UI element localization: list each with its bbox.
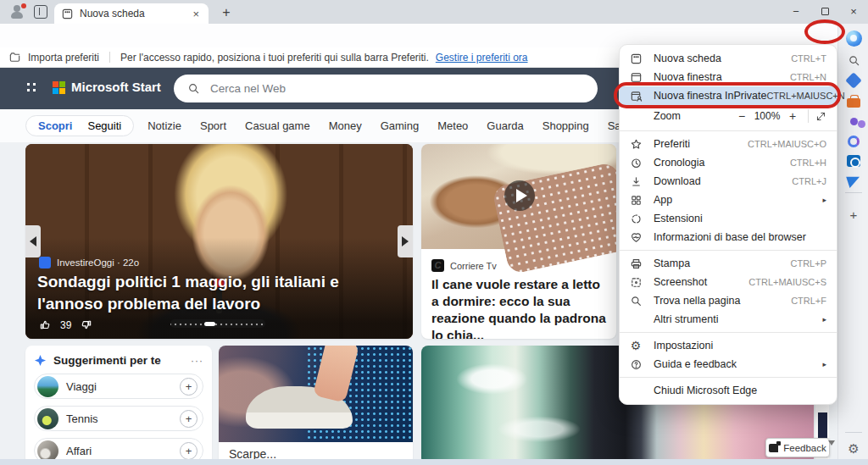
web-search-box[interactable]: Cerca nel Web [174,75,598,102]
copilot-button[interactable] [845,30,862,47]
profile-button[interactable] [7,3,29,20]
copilot-icon [846,30,862,47]
video-news-card[interactable]: C Corriere Tv Il cane vuole restare a le… [421,144,616,339]
suggestion-label: Tennis [66,412,172,425]
menu-label: Guida e feedback [654,358,822,370]
new-tab-button[interactable]: + [217,4,236,21]
tab-following[interactable]: Seguiti [87,119,121,132]
sidebar-drop-button[interactable] [845,172,862,189]
import-favorites-label[interactable]: Importa preferiti [28,52,99,64]
ms-logo-green [59,81,65,87]
sidebar-games-button[interactable] [845,113,862,130]
menu-label: Stampa [654,257,791,269]
nav-casual-game[interactable]: Casual game [245,119,310,132]
nav-shopping[interactable]: Shopping [542,119,589,132]
suggestion-label: Affari [66,445,172,457]
shopping-card[interactable]: Scarpe... [219,346,413,465]
carousel-dots[interactable] [170,319,265,328]
add-interest-button[interactable]: + [180,442,198,460]
gear-icon: ⚙ [848,441,859,457]
menu-item-trova-nella-pagina[interactable]: Trova nella pagina CTRL+F [620,291,837,310]
sidebar-shopping-button[interactable] [845,72,862,89]
menu-separator [620,130,837,131]
sidebar-divider [845,432,862,433]
carousel-prev-button[interactable] [25,225,41,257]
hero-headline[interactable]: Sondaggi politici 1 maggio, gli italiani… [37,271,400,315]
add-interest-button[interactable]: + [180,378,198,396]
menu-item-screenshot[interactable]: Screenshot CTRL+MAIUSC+S [620,273,837,291]
manage-favorites-link[interactable]: Gestire i preferiti ora [436,52,528,64]
app-launcher-icon[interactable] [25,81,39,95]
carousel-next-button[interactable] [398,225,413,257]
menu-label: Preferiti [654,138,748,150]
sidebar-settings-button[interactable]: ⚙ [845,440,862,457]
suggestion-item-viaggi[interactable]: Viaggi + [34,374,203,399]
sidebar-outlook-button[interactable] [845,152,862,169]
dislike-icon[interactable] [80,318,92,331]
nav-notizie[interactable]: Notizie [147,119,181,132]
tab-actions-menu-icon[interactable] [34,5,47,19]
tab-close-icon[interactable]: × [190,8,202,20]
menu-label: Informazioni di base del browser [654,231,826,243]
zoom-in-button[interactable]: + [784,109,801,123]
microsoft-logo[interactable] [53,81,65,94]
menu-item-app[interactable]: App ▸ [620,191,837,209]
browser-tab[interactable]: Nuova scheda × [54,3,209,24]
start-brand-title[interactable]: Microsoft Start [71,80,161,94]
screenshot-icon [630,276,643,289]
sidebar-customize-button[interactable]: + [845,206,862,223]
menu-item-impostazioni[interactable]: ⚙ Impostazioni [620,336,837,355]
designer-ring-icon [848,136,860,147]
nav-links: Notizie Sport Casual game Money Gaming M… [147,119,687,132]
feedback-label: Feedback [783,443,826,453]
menu-item-cronologia[interactable]: Cronologia CTRL+H [620,153,837,172]
menu-label: Nuova scheda [654,53,791,64]
menu-item-preferiti[interactable]: Preferiti CTRL+MAIUSC+O [620,135,837,153]
tab-discover[interactable]: Scopri [38,119,72,132]
menu-label: App [654,194,822,206]
annotation-ellipse-settings-button [804,19,845,44]
menu-item-informazioni-browser[interactable]: Informazioni di base del browser [620,228,837,246]
suggestion-label: Viaggi [66,380,172,393]
menu-item-stampa[interactable]: Stampa CTRL+P [620,254,837,273]
window-minimize-button[interactable]: − [782,0,810,24]
nav-gaming[interactable]: Gaming [381,119,420,132]
window-close-button[interactable]: × [839,0,868,24]
history-icon [630,157,643,169]
nav-money[interactable]: Money [329,119,362,132]
suggestions-more-icon[interactable]: ··· [191,355,203,367]
fullscreen-icon[interactable] [815,111,826,122]
taskbar-strip [0,459,868,465]
add-interest-button[interactable]: + [180,410,198,428]
zoom-out-button[interactable]: − [733,109,750,123]
divider [808,109,809,123]
sidebar-tools-button[interactable] [845,92,862,109]
nav-meteo[interactable]: Meteo [437,119,468,132]
video-source-row: C Corriere Tv [431,259,497,272]
menu-item-download[interactable]: Download CTRL+J [620,172,837,191]
favorites-hint-text: Per l'accesso rapido, posiziona i tuoi p… [120,52,429,64]
download-icon [630,175,643,188]
sidebar-divider [845,192,862,193]
menu-item-nuova-scheda[interactable]: Nuova scheda CTRL+T [620,49,837,68]
submenu-arrow-icon: ▸ [822,315,826,324]
zoom-level-value: 100% [750,110,784,122]
sidebar-search-button[interactable] [845,52,862,69]
menu-item-guida-e-feedback[interactable]: Guida e feedback ▸ [620,355,837,374]
suggestion-item-tennis[interactable]: Tennis + [34,406,203,431]
feedback-icon [769,444,778,452]
nav-sport[interactable]: Sport [200,119,226,132]
menu-item-altri-strumenti[interactable]: Altri strumenti ▸ [620,310,837,329]
menu-item-estensioni[interactable]: Estensioni [620,209,837,228]
like-icon[interactable] [39,318,52,331]
shopping-tag-icon [845,72,862,89]
sidebar-designer-button[interactable] [845,133,862,150]
scroll-down-icon[interactable] [828,440,835,446]
viaggi-thumbnail [37,376,58,397]
video-headline[interactable]: Il cane vuole restare a letto a dormire:… [431,276,606,339]
nav-guarda[interactable]: Guarda [487,119,523,132]
play-button[interactable] [504,180,535,211]
menu-shortcut: CTRL+MAIUSC+S [748,277,826,287]
feedback-button[interactable]: Feedback [765,438,830,457]
menu-item-chiudi-edge[interactable]: Chiudi Microsoft Edge [620,381,837,400]
